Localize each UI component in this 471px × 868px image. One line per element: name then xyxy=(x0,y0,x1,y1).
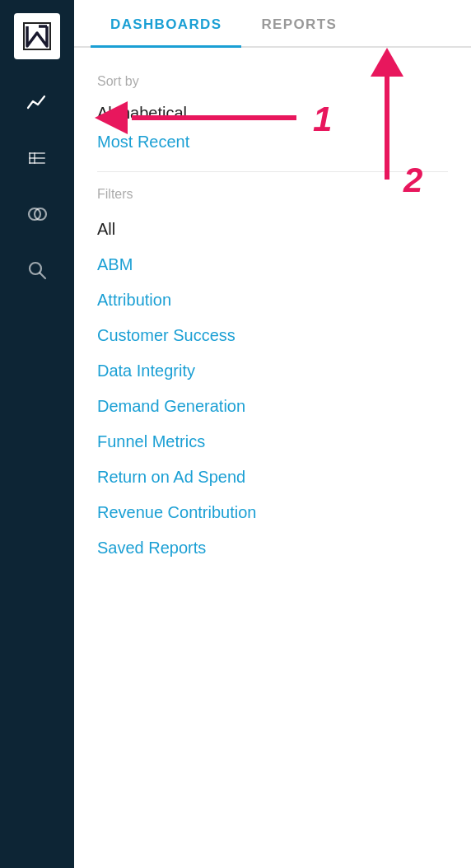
content-area: 1 2 Sort by Alphabetical Most Recent Fil… xyxy=(74,48,471,868)
svg-line-11 xyxy=(40,273,46,279)
sidebar xyxy=(0,0,74,868)
filter-saved-reports[interactable]: Saved Reports xyxy=(97,530,448,566)
sidebar-item-search[interactable] xyxy=(21,254,54,287)
sort-alphabetical[interactable]: Alphabetical xyxy=(97,99,448,128)
sidebar-item-attribution[interactable] xyxy=(21,198,54,231)
filter-abm[interactable]: ABM xyxy=(97,247,448,282)
filter-customer-success[interactable]: Customer Success xyxy=(97,318,448,353)
filter-funnel-metrics[interactable]: Funnel Metrics xyxy=(97,424,448,460)
sort-label: Sort by xyxy=(97,74,448,89)
sort-most-recent[interactable]: Most Recent xyxy=(97,128,448,156)
filter-return-on-ad-spend[interactable]: Return on Ad Spend xyxy=(97,460,448,495)
divider-sort-filters xyxy=(97,171,448,172)
tabs-bar: DASHBOARDS REPORTS xyxy=(74,0,471,48)
filter-demand-generation[interactable]: Demand Generation xyxy=(97,389,448,424)
app-logo[interactable] xyxy=(14,13,60,59)
filter-data-integrity[interactable]: Data Integrity xyxy=(97,353,448,389)
filter-attribution[interactable]: Attribution xyxy=(97,282,448,318)
filter-all[interactable]: All xyxy=(97,212,448,247)
sidebar-item-list[interactable] xyxy=(21,142,54,175)
svg-marker-16 xyxy=(371,48,403,77)
sidebar-item-trend[interactable] xyxy=(21,86,54,119)
sidebar-nav xyxy=(0,79,74,293)
tab-reports[interactable]: REPORTS xyxy=(241,0,357,46)
main-content: DASHBOARDS REPORTS 1 2 xyxy=(74,0,471,868)
filter-revenue-contribution[interactable]: Revenue Contribution xyxy=(97,495,448,530)
tab-dashboards[interactable]: DASHBOARDS xyxy=(91,0,241,46)
filters-label: Filters xyxy=(97,187,448,202)
